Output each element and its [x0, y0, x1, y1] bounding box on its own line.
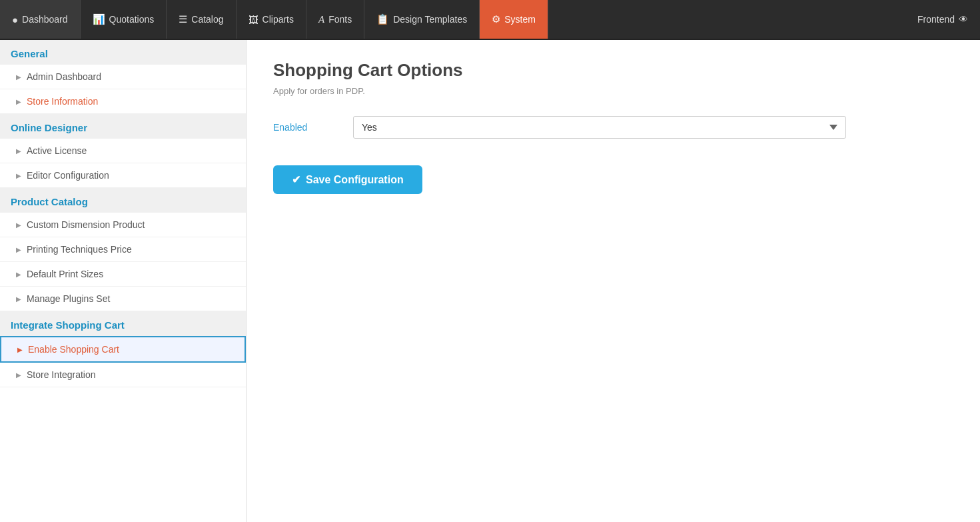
sidebar-section-integrate-shopping-cart: Integrate Shopping Cart	[0, 311, 246, 336]
sidebar-item-default-print-sizes[interactable]: ▶ Default Print Sizes	[0, 262, 246, 287]
sidebar-item-printing-techniques[interactable]: ▶ Printing Techniques Price	[0, 237, 246, 262]
dashboard-icon: ●	[12, 14, 18, 25]
sidebar-item-custom-dimension[interactable]: ▶ Custom Dismension Product	[0, 213, 246, 237]
sidebar-item-enable-shopping-cart[interactable]: ▶ Enable Shopping Cart	[0, 336, 246, 363]
sidebar-section-general: General	[0, 40, 246, 65]
top-navigation: ● Dashboard 📊 Quotations ☰ Catalog 🖼 Cli…	[0, 0, 980, 40]
nav-quotations-label: Quotations	[109, 14, 155, 25]
nav-dashboard-label: Dashboard	[22, 14, 68, 25]
sidebar: General ▶ Admin Dashboard ▶ Store Inform…	[0, 40, 246, 522]
nav-system[interactable]: ⚙ System	[480, 0, 548, 39]
sidebar-item-editor-configuration[interactable]: ▶ Editor Configuration	[0, 163, 246, 188]
nav-fonts-label: Fonts	[328, 14, 352, 25]
sidebar-item-store-integration[interactable]: ▶ Store Integration	[0, 363, 246, 387]
save-button-label: Save Configuration	[306, 174, 404, 186]
catalog-icon: ☰	[179, 13, 187, 25]
nav-dashboard[interactable]: ● Dashboard	[0, 0, 81, 39]
nav-fonts[interactable]: A Fonts	[306, 0, 364, 39]
arrow-icon: ▶	[16, 295, 21, 303]
page-subtitle: Apply for orders in PDP.	[273, 86, 953, 96]
sidebar-item-store-information[interactable]: ▶ Store Information	[0, 89, 246, 114]
arrow-icon: ▶	[16, 172, 21, 179]
main-content-area: Shopping Cart Options Apply for orders i…	[246, 40, 980, 522]
enabled-select[interactable]: Yes No	[353, 116, 846, 139]
cliparts-icon: 🖼	[248, 14, 258, 25]
save-configuration-button[interactable]: ✔ Save Configuration	[273, 165, 422, 194]
design-templates-icon: 📋	[376, 13, 389, 25]
sidebar-section-product-catalog: Product Catalog	[0, 188, 246, 213]
sidebar-item-active-license[interactable]: ▶ Active License	[0, 139, 246, 163]
enabled-form-row: Enabled Yes No	[273, 116, 953, 139]
arrow-icon: ▶	[16, 98, 21, 105]
sidebar-section-online-designer: Online Designer	[0, 114, 246, 139]
nav-catalog[interactable]: ☰ Catalog	[167, 0, 236, 39]
frontend-label: Frontend	[917, 14, 955, 25]
nav-design-templates[interactable]: 📋 Design Templates	[364, 0, 480, 39]
enabled-label: Enabled	[273, 122, 353, 133]
nav-cliparts-label: Cliparts	[262, 14, 294, 25]
page-title: Shopping Cart Options	[273, 60, 953, 81]
arrow-icon: ▶	[16, 147, 21, 155]
sidebar-item-admin-dashboard[interactable]: ▶ Admin Dashboard	[0, 65, 246, 89]
save-button-container: ✔ Save Configuration	[273, 159, 953, 194]
arrow-icon: ▶	[16, 221, 21, 229]
fonts-icon: A	[318, 14, 324, 25]
arrow-icon: ▶	[16, 271, 21, 278]
main-layout: General ▶ Admin Dashboard ▶ Store Inform…	[0, 40, 980, 522]
sidebar-item-manage-plugins[interactable]: ▶ Manage Plugins Set	[0, 287, 246, 311]
nav-quotations[interactable]: 📊 Quotations	[81, 0, 167, 39]
nav-design-templates-label: Design Templates	[393, 14, 467, 25]
system-icon: ⚙	[492, 13, 500, 25]
arrow-icon: ▶	[17, 346, 23, 353]
arrow-icon: ▶	[16, 246, 21, 253]
arrow-icon: ▶	[16, 371, 21, 379]
checkmark-icon: ✔	[292, 173, 300, 186]
arrow-icon: ▶	[16, 73, 21, 81]
quotations-icon: 📊	[93, 13, 105, 25]
nav-system-label: System	[504, 14, 536, 25]
nav-catalog-label: Catalog	[191, 14, 223, 25]
eye-icon: 👁	[959, 14, 968, 25]
nav-frontend[interactable]: Frontend 👁	[905, 0, 980, 39]
nav-cliparts[interactable]: 🖼 Cliparts	[237, 0, 306, 39]
